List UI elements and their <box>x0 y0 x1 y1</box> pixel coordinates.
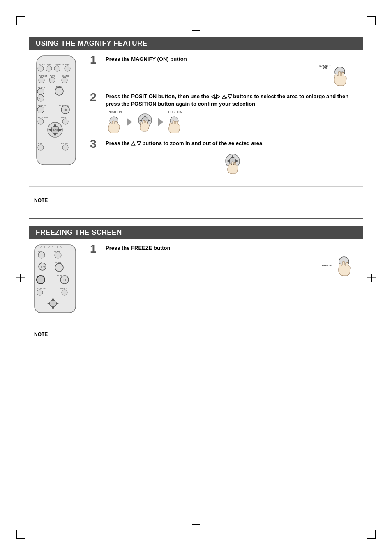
crosshair-right-v <box>371 274 372 282</box>
svg-point-46 <box>142 117 148 124</box>
svg-text:⊕: ⊕ <box>64 108 67 112</box>
freeze-steps: 1 Press the FREEZE button FREEZE <box>90 243 360 316</box>
magnify-step-3: 3 Press the △,▽ buttons to zoom in and o… <box>90 140 360 175</box>
svg-text:VIDEO: VIDEO <box>39 63 45 66</box>
freeze-note-label: NOTE <box>34 332 358 337</box>
svg-point-5 <box>38 66 44 71</box>
svg-text:SEARCH: SEARCH <box>55 63 64 66</box>
freeze-section: FREEZING THE SCREEN INPUT BLANK <box>29 226 363 320</box>
step-2-images: POSITION <box>106 111 360 134</box>
step-1-number: 1 <box>90 54 102 66</box>
magnify-button-label: MAGNIFY ON <box>319 64 331 87</box>
magnify-step-2: 2 Press the POSITION button, then use th… <box>90 93 360 134</box>
corner-mark-bl <box>16 530 25 539</box>
hand-position-2 <box>166 114 184 133</box>
crosshair-left-h <box>16 277 25 278</box>
svg-point-81 <box>50 300 56 307</box>
magnify-step-1: 1 Press the MAGNIFY (ON) button MAGNIFY … <box>90 55 360 87</box>
freeze-note-box: NOTE <box>29 328 363 352</box>
crosshair-top-v <box>196 27 196 35</box>
arrow-2 <box>158 118 164 126</box>
freeze-remote-container: INPUT BLANK OFF OFF AUTO FREEZE KEYSTONE <box>32 243 86 316</box>
magnify-content: VIDEO RGB SEARCH INPUT ASPECT AUTO BLANK <box>29 50 363 186</box>
freeze-step-1: 1 Press the FREEZE button FREEZE <box>90 244 360 277</box>
magnify-remote-container: VIDEO RGB SEARCH INPUT ASPECT AUTO BLANK <box>32 54 86 182</box>
svg-point-40 <box>38 145 44 150</box>
freeze-button-label: FREEZE <box>322 264 332 267</box>
svg-text:RESET: RESET <box>61 142 68 145</box>
magnify-note-label: NOTE <box>34 198 358 203</box>
svg-point-67 <box>55 263 63 272</box>
svg-text:BLANK: BLANK <box>62 75 69 77</box>
freeze-header: FREEZING THE SCREEN <box>29 226 363 239</box>
freeze-step-1-text: Press the FREEZE button <box>106 244 360 252</box>
svg-text:⊕: ⊕ <box>63 278 66 282</box>
corner-mark-tr <box>367 16 376 25</box>
freeze-step-1-number: 1 <box>90 243 102 255</box>
svg-text:MENU: MENU <box>61 116 67 119</box>
step-1-text: Press the MAGNIFY (ON) button <box>106 55 360 63</box>
svg-point-70 <box>37 276 45 284</box>
svg-text:INPUT: INPUT <box>65 63 71 66</box>
step-3-text: Press the △,▽ buttons to zoom in and out… <box>106 140 360 147</box>
step-3-number: 3 <box>90 138 102 150</box>
svg-point-30 <box>62 119 68 124</box>
svg-point-41 <box>62 145 68 150</box>
arrow-1 <box>127 118 132 126</box>
svg-text:ESC: ESC <box>38 142 43 145</box>
crosshair-bottom-h <box>192 524 200 525</box>
svg-text:MENU: MENU <box>60 287 67 290</box>
svg-text:ASPECT: ASPECT <box>39 75 47 77</box>
svg-text:POSITION: POSITION <box>38 116 48 119</box>
magnify-steps: 1 Press the MAGNIFY (ON) button MAGNIFY … <box>90 54 360 182</box>
nav-cross-press <box>135 111 155 132</box>
freeze-content: INPUT BLANK OFF OFF AUTO FREEZE KEYSTONE <box>29 239 363 320</box>
svg-text:RGB: RGB <box>47 63 52 66</box>
svg-point-7 <box>54 66 60 71</box>
svg-point-18 <box>37 95 44 101</box>
freeze-remote-svg: INPUT BLANK OFF OFF AUTO FREEZE KEYSTONE <box>32 243 78 315</box>
svg-point-16 <box>37 88 44 95</box>
corner-mark-tl <box>16 16 25 25</box>
step-2-number: 2 <box>90 92 102 103</box>
step-2-text: Press the POSITION button, then use the … <box>106 93 360 108</box>
crosshair-top-h <box>192 30 200 31</box>
svg-text:OFF: OFF <box>41 266 46 268</box>
crosshair-left-v <box>20 274 21 282</box>
corner-mark-br <box>367 530 376 539</box>
svg-point-29 <box>38 119 44 124</box>
svg-point-75 <box>37 290 43 295</box>
hand-zoom <box>221 152 244 175</box>
magnify-header: USING THE MAGNIFY FEATURE <box>29 37 363 50</box>
magnify-section: USING THE MAGNIFY FEATURE VIDEO RGB SEAR… <box>29 37 363 187</box>
svg-point-14 <box>62 77 67 83</box>
svg-point-13 <box>49 77 55 83</box>
svg-text:AUTO: AUTO <box>50 75 55 77</box>
page-content: USING THE MAGNIFY FEATURE VIDEO RGB SEAR… <box>29 37 363 518</box>
svg-text:POSITION: POSITION <box>37 287 46 290</box>
svg-point-24 <box>37 106 44 113</box>
svg-point-21 <box>55 87 63 95</box>
hand-freeze <box>335 254 355 277</box>
magnify-remote-svg: VIDEO RGB SEARCH INPUT ASPECT AUTO BLANK <box>32 54 80 169</box>
svg-point-61 <box>38 252 45 258</box>
hand-press-magnify: ON <box>331 64 351 87</box>
svg-point-8 <box>65 66 70 71</box>
hand-position-1 <box>106 114 124 133</box>
svg-point-62 <box>55 252 61 258</box>
svg-point-6 <box>46 66 52 71</box>
magnify-note-box: NOTE <box>29 194 363 219</box>
svg-text:+: + <box>39 90 41 93</box>
svg-point-12 <box>39 77 44 83</box>
svg-point-76 <box>62 290 67 295</box>
